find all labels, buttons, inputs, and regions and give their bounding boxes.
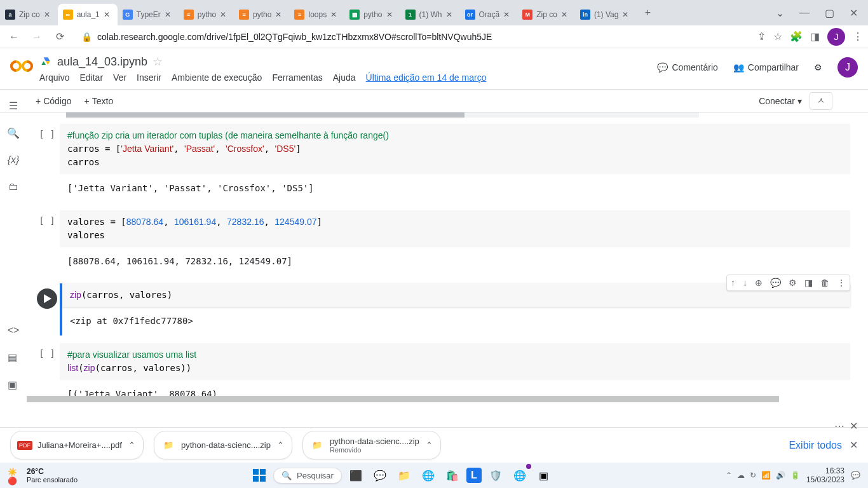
- comment-button[interactable]: 💬Comentário: [657, 62, 717, 72]
- tab-close-icon[interactable]: ✕: [44, 10, 53, 19]
- horizontal-scrollbar[interactable]: [66, 112, 699, 118]
- tray-battery-icon[interactable]: 🔋: [790, 471, 800, 480]
- download-item[interactable]: 📁python-data-scienc....zip⌃: [154, 431, 292, 459]
- maximize-icon[interactable]: ▢: [825, 7, 834, 19]
- tab-close-icon[interactable]: ✕: [330, 10, 339, 19]
- mirror-icon[interactable]: ◨: [804, 278, 813, 288]
- tab-close-icon[interactable]: ✕: [386, 10, 395, 19]
- menu-ajuda[interactable]: Ajuda: [333, 72, 356, 83]
- downloads-close-icon[interactable]: ✕: [850, 420, 858, 432]
- browser-tab[interactable]: ▦pytho✕: [344, 4, 400, 25]
- tab-close-icon[interactable]: ✕: [561, 10, 570, 19]
- download-chevron-icon[interactable]: ⌃: [277, 440, 284, 450]
- notebook-cell[interactable]: [ ]#para visualizar usamos uma list list…: [34, 343, 850, 402]
- code-editor[interactable]: #função zip cria um iterador com tuplas …: [60, 124, 850, 174]
- browser-tab[interactable]: ≡loops✕: [289, 4, 344, 25]
- variables-icon[interactable]: {x}: [8, 154, 20, 166]
- comment-cell-icon[interactable]: 💬: [770, 278, 781, 288]
- chevron-down-icon[interactable]: ⌄: [776, 7, 784, 19]
- tray-chevron-icon[interactable]: ⌃: [726, 471, 732, 480]
- task-view-icon[interactable]: ⬛: [346, 465, 366, 485]
- run-cell-button[interactable]: [37, 288, 57, 309]
- browser-tab[interactable]: 1(1) Wh✕: [400, 4, 460, 25]
- profile-avatar[interactable]: J: [827, 28, 845, 46]
- files-icon[interactable]: 🗀: [8, 181, 18, 193]
- tray-wifi-icon[interactable]: 📶: [761, 471, 771, 480]
- menu-ferramentas[interactable]: Ferramentas: [272, 72, 322, 83]
- browser-tab[interactable]: MZip co✕: [517, 4, 575, 25]
- close-icon[interactable]: ✕: [850, 7, 858, 19]
- menu-arquivo[interactable]: Arquivo: [39, 72, 69, 83]
- new-tab-button[interactable]: +: [639, 4, 656, 22]
- app-l-icon[interactable]: L: [466, 468, 482, 483]
- link-icon[interactable]: ⊕: [755, 278, 763, 288]
- collapse-icon[interactable]: ㅅ: [810, 92, 832, 110]
- forward-button[interactable]: →: [28, 28, 46, 46]
- weather-widget[interactable]: ☀️🔴 26°C Parc ensolarado: [8, 467, 78, 484]
- store-icon[interactable]: 🛍️: [442, 465, 463, 485]
- mcafee-icon[interactable]: 🛡️: [485, 465, 506, 485]
- command-palette-icon[interactable]: ▤: [8, 351, 20, 363]
- bottom-scrollbar[interactable]: [27, 396, 779, 402]
- browser-tab[interactable]: orOraçã✕: [460, 4, 518, 25]
- browser-tab[interactable]: ∞aula_1✕: [58, 4, 118, 25]
- browser-tab[interactable]: ≡pytho✕: [234, 4, 289, 25]
- terminal-app-icon[interactable]: ▣: [534, 465, 554, 485]
- chat-icon[interactable]: 💬: [370, 465, 390, 485]
- share-button[interactable]: 👥Compartilhar: [733, 62, 799, 72]
- tray-sync-icon[interactable]: ↻: [750, 471, 756, 480]
- code-snippets-icon[interactable]: <>: [8, 325, 20, 336]
- tab-close-icon[interactable]: ✕: [104, 10, 112, 19]
- menu-ver[interactable]: Ver: [113, 72, 126, 83]
- reload-button[interactable]: ⟳: [51, 28, 69, 46]
- delete-cell-icon[interactable]: 🗑: [820, 278, 829, 288]
- browser-tab[interactable]: in(1) Vag✕: [575, 4, 636, 25]
- user-avatar[interactable]: J: [837, 57, 858, 78]
- download-item[interactable]: PDFJuliana+Moreira+....pdf⌃: [10, 431, 144, 459]
- chrome-icon[interactable]: 🌐: [510, 465, 530, 485]
- last-edit-link[interactable]: Última edição em 14 de março: [366, 72, 487, 83]
- settings-icon[interactable]: ⚙: [814, 62, 822, 72]
- explorer-icon[interactable]: 📁: [394, 465, 414, 485]
- code-editor[interactable]: #para visualizar usamos uma list list(zi…: [60, 343, 850, 380]
- edge-icon[interactable]: 🌐: [418, 465, 438, 485]
- tab-close-icon[interactable]: ✕: [446, 10, 455, 19]
- taskbar-search[interactable]: 🔍 Pesquisar: [273, 468, 342, 484]
- download-item[interactable]: 📁python-data-scienc....zipRemovido⌃: [302, 431, 441, 459]
- url-input[interactable]: 🔒 colab.research.google.com/drive/1fpEl_…: [74, 28, 752, 46]
- start-button[interactable]: [249, 465, 269, 485]
- downloads-menu-icon[interactable]: ⋯: [834, 420, 844, 432]
- filename[interactable]: aula_14_03.ipynb: [57, 55, 147, 69]
- clock[interactable]: 16:33 15/03/2023: [806, 466, 844, 485]
- tab-close-icon[interactable]: ✕: [220, 10, 229, 19]
- notebook-cell[interactable]: ↑↓⊕💬⚙◨🗑⋮zip(carros, valores)<zip at 0x7f…: [34, 283, 850, 336]
- code-editor[interactable]: valores = [88078.64, 106161.94, 72832.16…: [60, 210, 850, 247]
- toc-icon[interactable]: ☰: [9, 100, 18, 112]
- move-down-icon[interactable]: ↓: [743, 278, 747, 288]
- menu-ambiente[interactable]: Ambiente de execução: [172, 72, 262, 83]
- back-button[interactable]: ←: [5, 28, 23, 46]
- star-icon[interactable]: ☆: [153, 55, 163, 69]
- menu-inserir[interactable]: Inserir: [137, 72, 161, 83]
- more-cell-icon[interactable]: ⋮: [837, 278, 846, 288]
- show-all-downloads[interactable]: Exibir todos: [789, 440, 842, 451]
- settings-cell-icon[interactable]: ⚙: [789, 278, 797, 288]
- browser-tab[interactable]: GTypeEr✕: [118, 4, 179, 25]
- menu-icon[interactable]: ⋮: [853, 30, 863, 43]
- search-icon[interactable]: 🔍: [7, 127, 20, 139]
- tray-volume-icon[interactable]: 🔊: [776, 471, 785, 480]
- move-up-icon[interactable]: ↑: [731, 278, 735, 288]
- browser-tab[interactable]: ≡pytho✕: [179, 4, 234, 25]
- colab-logo-icon[interactable]: [10, 55, 33, 78]
- extensions-icon[interactable]: 🧩: [790, 30, 803, 43]
- close-downloads-icon[interactable]: ✕: [850, 439, 858, 451]
- notebook-cell[interactable]: [ ]#função zip cria um iterador com tupl…: [34, 124, 850, 203]
- add-text-button[interactable]: + Texto: [85, 96, 114, 106]
- tab-close-icon[interactable]: ✕: [165, 10, 173, 19]
- share-icon[interactable]: ⇪: [757, 30, 766, 43]
- terminal-icon[interactable]: ▣: [8, 379, 20, 391]
- menu-editar[interactable]: Editar: [79, 72, 103, 83]
- add-code-button[interactable]: + Código: [36, 96, 72, 106]
- notebook-cell[interactable]: [ ]valores = [88078.64, 106161.94, 72832…: [34, 210, 850, 276]
- tab-close-icon[interactable]: ✕: [503, 10, 512, 19]
